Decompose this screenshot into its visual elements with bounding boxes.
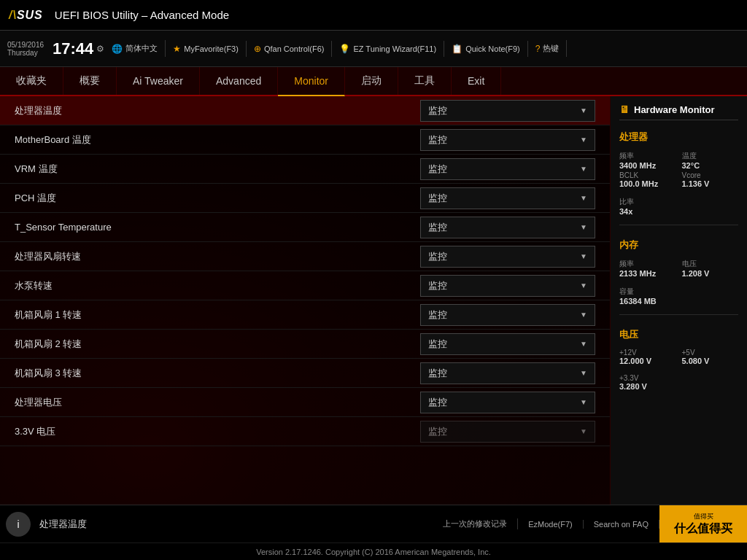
memory-section-title: 内存 — [619, 238, 738, 252]
row-label: 机箱风扇 1 转速 — [15, 308, 420, 322]
help-icon: ? — [535, 44, 541, 54]
cpu-ratio-label: 比率 — [619, 197, 738, 207]
v12-value: 12.000 V — [619, 357, 676, 365]
settings-row: 处理器温度监控▼ — [0, 96, 610, 125]
divider-2 — [619, 314, 738, 315]
hotkey-button[interactable]: ? 热键 — [528, 40, 568, 57]
cpu-grid: 频率 3400 MHz 温度 32°C BCLK 100.0 MHz Vcore… — [619, 151, 738, 188]
change-log-link[interactable]: 上一次的修改记录 — [433, 518, 518, 529]
chevron-down-icon: ▼ — [580, 136, 587, 144]
tab-exit[interactable]: Exit — [452, 67, 501, 95]
ezmode-link[interactable]: EzMode(F7) — [518, 520, 584, 529]
cpu-vcore-label: Vcore — [682, 171, 739, 179]
worth-top-text: 值得买 — [694, 512, 713, 521]
settings-gear-icon[interactable]: ⚙ — [96, 44, 104, 54]
row-dropdown[interactable]: 监控▼ — [420, 158, 595, 180]
row-label: PCH 温度 — [15, 192, 420, 205]
mem-freq-value: 2133 MHz — [619, 269, 676, 278]
dropdown-text: 监控 — [428, 133, 447, 147]
row-dropdown[interactable]: 监控▼ — [420, 333, 595, 355]
row-dropdown[interactable]: 监控▼ — [420, 129, 595, 151]
tab-boot[interactable]: 启动 — [345, 67, 398, 95]
fan-icon: ⊕ — [254, 44, 261, 54]
datetime-block: 05/19/2016 Thursday — [7, 41, 44, 57]
row-dropdown[interactable]: 监控▼ — [420, 362, 595, 384]
nav-tabs: 收藏夹 概要 Ai Tweaker Advanced Monitor 启动 工具… — [0, 67, 747, 96]
content-area: 处理器温度监控▼MotherBoard 温度监控▼VRM 温度监控▼PCH 温度… — [0, 96, 747, 505]
chevron-down-icon: ▼ — [580, 281, 587, 289]
time-display: 17:44 — [53, 39, 93, 58]
tab-monitor[interactable]: Monitor — [278, 67, 345, 96]
cpu-vcore-value: 1.136 V — [682, 179, 739, 188]
language-button[interactable]: 🌐 简体中文 — [104, 40, 166, 57]
globe-icon: 🌐 — [112, 44, 123, 54]
settings-row: 机箱风扇 3 转速监控▼ — [0, 359, 610, 388]
cpu-temp-value: 32°C — [682, 161, 739, 170]
version-bar: Version 2.17.1246. Copyright (C) 2016 Am… — [0, 542, 747, 560]
cpu-freq-label: 频率 — [619, 151, 676, 161]
version-text: Version 2.17.1246. Copyright (C) 2016 Am… — [256, 548, 491, 556]
tab-overview[interactable]: 概要 — [63, 67, 117, 95]
row-label: 3.3V 电压 — [15, 425, 420, 438]
status-message: 处理器温度 — [36, 518, 433, 531]
v12-label: +12V — [619, 349, 676, 357]
chevron-down-icon: ▼ — [580, 223, 587, 231]
tab-tools[interactable]: 工具 — [398, 67, 452, 95]
qfan-button[interactable]: ⊕ Qfan Control(F6) — [247, 41, 333, 57]
row-label: 处理器风扇转速 — [15, 250, 420, 263]
top-bar: /\SUS UEFI BIOS Utility – Advanced Mode — [0, 0, 747, 31]
dropdown-text: 监控 — [428, 163, 447, 176]
chevron-down-icon: ▼ — [580, 311, 587, 319]
row-dropdown[interactable]: 监控▼ — [420, 421, 595, 443]
cpu-bclk-value: 100.0 MHz — [619, 179, 676, 188]
quicknote-button[interactable]: 📋 Quick Note(F9) — [444, 41, 528, 57]
dropdown-text: 监控 — [428, 221, 447, 234]
tab-aitweaker[interactable]: Ai Tweaker — [117, 67, 200, 95]
row-dropdown[interactable]: 监控▼ — [420, 246, 595, 268]
chevron-down-icon: ▼ — [580, 427, 587, 435]
divider-1 — [619, 225, 738, 225]
chevron-down-icon: ▼ — [580, 165, 587, 173]
search-faq-link[interactable]: Search on FAQ — [584, 520, 659, 529]
cpu-temp-label: 温度 — [682, 151, 739, 161]
settings-row: MotherBoard 温度监控▼ — [0, 125, 610, 155]
eztuning-button[interactable]: 💡 EZ Tuning Wizard(F11) — [332, 41, 444, 57]
row-dropdown[interactable]: 监控▼ — [420, 392, 595, 413]
monitor-icon: 🖥 — [619, 104, 630, 115]
v5-label: +5V — [682, 349, 739, 357]
row-dropdown[interactable]: 监控▼ — [420, 217, 595, 238]
row-label: 机箱风扇 2 转速 — [15, 338, 420, 351]
chevron-down-icon: ▼ — [580, 369, 587, 377]
row-dropdown[interactable]: 监控▼ — [420, 275, 595, 297]
chevron-down-icon: ▼ — [580, 194, 587, 202]
settings-row: T_Sensor Temperature监控▼ — [0, 213, 610, 242]
settings-row: PCH 温度监控▼ — [0, 184, 610, 213]
settings-row: VRM 温度监控▼ — [0, 155, 610, 184]
info-button[interactable]: i — [6, 512, 31, 537]
tab-advanced[interactable]: Advanced — [200, 67, 278, 95]
row-dropdown[interactable]: 监控▼ — [420, 304, 595, 326]
row-label: 水泵转速 — [15, 279, 420, 292]
tab-collect[interactable]: 收藏夹 — [0, 67, 63, 95]
star-icon: ★ — [173, 44, 181, 54]
row-dropdown[interactable]: 监控▼ — [420, 100, 595, 122]
bottom-actions: 上一次的修改记录 EzMode(F7) Search on FAQ 值得买 什么… — [433, 505, 747, 543]
cpu-ratio-value: 34x — [619, 207, 738, 216]
cpu-freq-value: 3400 MHz — [619, 161, 676, 170]
whatisworth-button[interactable]: 值得买 什么值得买 — [659, 505, 747, 543]
row-label: VRM 温度 — [15, 163, 420, 176]
voltage-grid: +12V 12.000 V +5V 5.080 V — [619, 349, 738, 365]
row-label: MotherBoard 温度 — [15, 133, 420, 147]
time-block: 17:44 ⚙ — [53, 39, 104, 58]
dropdown-text: 监控 — [428, 308, 447, 322]
row-dropdown[interactable]: 监控▼ — [420, 187, 595, 209]
bios-title: UEFI BIOS Utility – Advanced Mode — [55, 9, 229, 21]
cpu-bclk-label: BCLK — [619, 171, 676, 179]
myfavorite-button[interactable]: ★ MyFavorite(F3) — [166, 41, 247, 57]
mem-voltage-value: 1.208 V — [682, 269, 739, 278]
v5-value: 5.080 V — [682, 357, 739, 365]
cpu-section-title: 处理器 — [619, 131, 738, 144]
settings-row: 处理器风扇转速监控▼ — [0, 242, 610, 271]
mem-capacity-label: 容量 — [619, 287, 738, 297]
dropdown-text: 监控 — [428, 338, 447, 351]
